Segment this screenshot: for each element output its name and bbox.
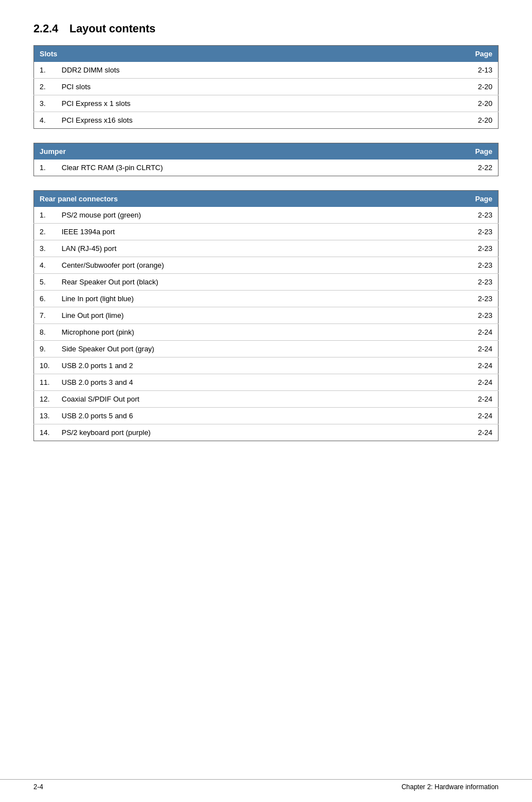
row-number: 14. [34, 424, 56, 441]
row-page: 2-23 [409, 224, 498, 240]
row-description: Coaxial S/PDIF Out port [56, 391, 409, 408]
row-page: 2-23 [409, 240, 498, 257]
row-description: USB 2.0 ports 1 and 2 [56, 357, 409, 374]
row-number: 5. [34, 274, 56, 291]
table-row: 8.Microphone port (pink)2-24 [34, 324, 499, 341]
row-page: 2-23 [409, 291, 498, 307]
row-page: 2-24 [409, 357, 498, 374]
slots-header-row: Slots Page [34, 46, 499, 62]
row-page: 2-23 [409, 257, 498, 274]
row-number: 8. [34, 324, 56, 341]
section-number: 2.2.4 [33, 22, 58, 35]
row-description: PCI Express x 1 slots [56, 95, 384, 112]
slots-table: Slots Page 1.DDR2 DIMM slots2-132.PCI sl… [33, 45, 499, 129]
row-page: 2-20 [384, 79, 499, 95]
table-row: 3.PCI Express x 1 slots2-20 [34, 95, 499, 112]
row-number: 4. [34, 112, 56, 129]
table-row: 1.PS/2 mouse port (green)2-23 [34, 207, 499, 224]
table-row: 9.Side Speaker Out port (gray)2-24 [34, 341, 499, 357]
row-description: Microphone port (pink) [56, 324, 409, 341]
row-page: 2-24 [409, 424, 498, 441]
row-page: 2-23 [409, 274, 498, 291]
table-row: 1.DDR2 DIMM slots2-13 [34, 62, 499, 79]
row-description: Center/Subwoofer port (orange) [56, 257, 409, 274]
row-description: PS/2 keyboard port (purple) [56, 424, 409, 441]
row-number: 3. [34, 95, 56, 112]
row-page: 2-20 [384, 95, 499, 112]
table-row: 4.PCI Express x16 slots2-20 [34, 112, 499, 129]
table-row: 11.USB 2.0 ports 3 and 42-24 [34, 374, 499, 391]
row-page: 2-24 [409, 374, 498, 391]
row-page: 2-22 [408, 160, 499, 176]
page-section: 2.2.4Layout contents Slots Page 1.DDR2 D… [33, 22, 499, 441]
row-description: Rear Speaker Out port (black) [56, 274, 409, 291]
row-page: 2-20 [384, 112, 499, 129]
table-row: 6.Line In port (light blue)2-23 [34, 291, 499, 307]
slots-header-page: Page [384, 46, 499, 62]
row-number: 4. [34, 257, 56, 274]
section-title: 2.2.4Layout contents [33, 22, 499, 35]
row-description: USB 2.0 ports 5 and 6 [56, 408, 409, 424]
footer-left: 2-4 [33, 783, 43, 791]
jumper-table: Jumper Page 1.Clear RTC RAM (3-pin CLRTC… [33, 143, 499, 176]
section-text: Layout contents [69, 22, 155, 35]
row-page: 2-24 [409, 324, 498, 341]
row-number: 10. [34, 357, 56, 374]
row-description: PCI Express x16 slots [56, 112, 384, 129]
row-number: 11. [34, 374, 56, 391]
row-number: 6. [34, 291, 56, 307]
jumper-header-page: Page [408, 143, 499, 160]
row-page: 2-23 [409, 207, 498, 224]
footer-right: Chapter 2: Hardware information [402, 783, 499, 791]
row-number: 1. [34, 207, 56, 224]
rear-panel-header-row: Rear panel connectors Page [34, 191, 499, 207]
row-description: PCI slots [56, 79, 384, 95]
row-description: Clear RTC RAM (3-pin CLRTC) [56, 160, 408, 176]
row-number: 12. [34, 391, 56, 408]
row-number: 2. [34, 79, 56, 95]
jumper-header-label: Jumper [34, 143, 408, 160]
table-row: 14.PS/2 keyboard port (purple)2-24 [34, 424, 499, 441]
table-row: 2.PCI slots2-20 [34, 79, 499, 95]
row-number: 1. [34, 160, 56, 176]
rear-panel-header-label: Rear panel connectors [34, 191, 409, 207]
row-page: 2-24 [409, 408, 498, 424]
row-description: LAN (RJ-45) port [56, 240, 409, 257]
row-description: Side Speaker Out port (gray) [56, 341, 409, 357]
row-description: PS/2 mouse port (green) [56, 207, 409, 224]
row-number: 13. [34, 408, 56, 424]
row-description: DDR2 DIMM slots [56, 62, 384, 79]
rear-panel-table: Rear panel connectors Page 1.PS/2 mouse … [33, 190, 499, 441]
row-number: 9. [34, 341, 56, 357]
table-row: 12.Coaxial S/PDIF Out port2-24 [34, 391, 499, 408]
row-number: 7. [34, 307, 56, 324]
table-row: 2.IEEE 1394a port2-23 [34, 224, 499, 240]
slots-header-label: Slots [34, 46, 384, 62]
jumper-header-row: Jumper Page [34, 143, 499, 160]
table-row: 13.USB 2.0 ports 5 and 62-24 [34, 408, 499, 424]
table-row: 3.LAN (RJ-45) port2-23 [34, 240, 499, 257]
table-row: 5.Rear Speaker Out port (black)2-23 [34, 274, 499, 291]
row-number: 1. [34, 62, 56, 79]
rear-panel-header-page: Page [409, 191, 498, 207]
table-row: 10.USB 2.0 ports 1 and 22-24 [34, 357, 499, 374]
row-number: 2. [34, 224, 56, 240]
row-description: IEEE 1394a port [56, 224, 409, 240]
row-description: USB 2.0 ports 3 and 4 [56, 374, 409, 391]
row-page: 2-13 [384, 62, 499, 79]
row-description: Line Out port (lime) [56, 307, 409, 324]
row-page: 2-23 [409, 307, 498, 324]
row-description: Line In port (light blue) [56, 291, 409, 307]
table-row: 7.Line Out port (lime)2-23 [34, 307, 499, 324]
table-row: 1.Clear RTC RAM (3-pin CLRTC)2-22 [34, 160, 499, 176]
row-number: 3. [34, 240, 56, 257]
row-page: 2-24 [409, 341, 498, 357]
footer: 2-4 Chapter 2: Hardware information [0, 779, 532, 791]
row-page: 2-24 [409, 391, 498, 408]
table-row: 4.Center/Subwoofer port (orange)2-23 [34, 257, 499, 274]
